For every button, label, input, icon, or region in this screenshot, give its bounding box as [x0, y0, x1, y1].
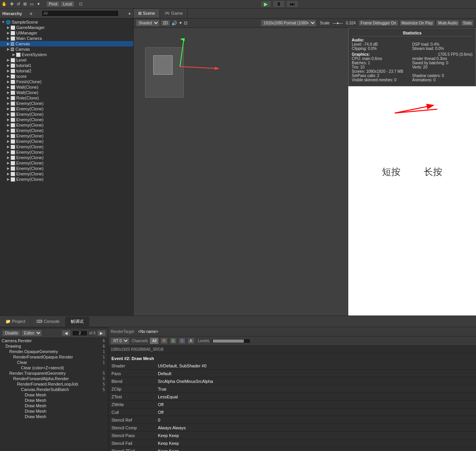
- expand-arrow[interactable]: ▶: [7, 42, 10, 46]
- debug-tree-item[interactable]: RenderForward.RenderLoopJob5: [0, 381, 108, 387]
- expand-arrow[interactable]: ▶: [7, 123, 10, 127]
- hierarchy-item[interactable]: ▶⬜EventSystem: [0, 52, 133, 57]
- hierarchy-item[interactable]: ▶⬜Enemy(Clone): [0, 155, 133, 160]
- g-channel-button[interactable]: G: [170, 338, 177, 344]
- hierarchy-item[interactable]: ▶⬜Enemy(Clone): [0, 139, 133, 144]
- hierarchy-item[interactable]: ▶⬜GameManager: [0, 25, 133, 30]
- debug-tree-item[interactable]: RenderForwardAlpha.Render5: [0, 376, 108, 381]
- hierarchy-item[interactable]: ▶⬜Finish(Clone): [0, 79, 133, 84]
- expand-arrow[interactable]: ▶: [7, 129, 10, 132]
- hierarchy-item[interactable]: ▶⬜Enemy(Clone): [0, 106, 133, 111]
- expand-arrow[interactable]: ▶: [7, 85, 10, 89]
- expand-arrow[interactable]: ▶: [7, 31, 10, 35]
- local-button[interactable]: Local: [60, 1, 74, 7]
- expand-arrow[interactable]: ▶: [7, 96, 10, 100]
- expand-arrow[interactable]: ▶: [7, 161, 10, 165]
- debug-tree-item[interactable]: Clear (color+Z+stencil): [0, 365, 108, 370]
- expand-arrow[interactable]: ▶: [7, 101, 10, 105]
- hierarchy-item[interactable]: ▼🌐SampleScene: [0, 19, 133, 25]
- b-channel-button[interactable]: B: [179, 338, 185, 344]
- expand-arrow[interactable]: ▶: [7, 63, 10, 67]
- editor-dropdown[interactable]: Editor: [21, 330, 42, 336]
- next-frame-button[interactable]: ▶: [97, 330, 106, 336]
- hierarchy-item[interactable]: ▶⬜Enemy(Clone): [0, 111, 133, 117]
- expand-arrow[interactable]: ▶: [7, 58, 10, 62]
- hierarchy-item[interactable]: ▶⬜Main Camera: [0, 36, 133, 41]
- debug-tree-item[interactable]: Render.TransparentGeometry5: [0, 370, 108, 376]
- expand-arrow[interactable]: ▶: [7, 74, 10, 78]
- resolution-dropdown[interactable]: 1920x1080 Portrait (1080•: [261, 20, 316, 26]
- levels-slider[interactable]: [212, 339, 250, 343]
- debug-tree-item[interactable]: Draw Mesh: [0, 403, 108, 408]
- project-tab[interactable]: 📁 Project: [0, 317, 31, 326]
- maximize-button[interactable]: Maximize On Play: [400, 20, 435, 26]
- hierarchy-item[interactable]: ▶🖼Canvas: [0, 41, 133, 46]
- 2d-button[interactable]: 2D: [161, 20, 170, 26]
- expand-arrow[interactable]: ▶: [7, 139, 10, 143]
- expand-arrow[interactable]: ▶: [7, 80, 10, 84]
- debug-tree-item[interactable]: Render.OpaqueGeometry1: [0, 349, 108, 354]
- mute-button[interactable]: Mute Audio: [436, 20, 459, 26]
- expand-arrow[interactable]: ▶: [7, 150, 10, 154]
- debug-tree-item[interactable]: RenderForwardOpaque.Render1: [0, 354, 108, 360]
- hierarchy-item[interactable]: ▶⬜tutorial2: [0, 68, 133, 74]
- disable-button[interactable]: Disable: [2, 330, 21, 336]
- expand-arrow[interactable]: ▶: [7, 166, 10, 170]
- expand-arrow[interactable]: ▶: [7, 156, 10, 159]
- add-icon[interactable]: +: [128, 11, 131, 16]
- frame-debug-tab[interactable]: 帧调试: [65, 317, 89, 326]
- expand-arrow[interactable]: ▶: [7, 91, 10, 94]
- scene-tab[interactable]: ⊞ Scene: [134, 9, 160, 17]
- expand-arrow[interactable]: ▶: [7, 26, 10, 29]
- hierarchy-item[interactable]: ▶⬜Enemy(Clone): [0, 144, 133, 149]
- hierarchy-item[interactable]: ▶🖼Canvas: [0, 46, 133, 52]
- expand-arrow[interactable]: ▶: [7, 112, 10, 116]
- hierarchy-item[interactable]: ▶⬜Wall(Clone): [0, 90, 133, 95]
- hierarchy-item[interactable]: ▶⬜tutorial1: [0, 63, 133, 68]
- hierarchy-item[interactable]: ▶⬜Enemy(Clone): [0, 128, 133, 133]
- hierarchy-item[interactable]: ▶⬜score: [0, 74, 133, 79]
- debug-tree-item[interactable]: Draw Mesh: [0, 414, 108, 419]
- frame-debugger-button[interactable]: Frame Debugger On: [359, 20, 398, 26]
- expand-arrow[interactable]: ▶: [7, 107, 10, 111]
- debug-tree-item[interactable]: Canvas.RenderSubBatch5: [0, 387, 108, 392]
- a-channel-button[interactable]: A: [188, 338, 194, 344]
- pause-button[interactable]: ⏸: [273, 0, 285, 8]
- expand-arrow[interactable]: ▶: [7, 172, 10, 176]
- step-button[interactable]: ⏭: [286, 0, 298, 8]
- prev-frame-button[interactable]: ◀: [62, 330, 70, 336]
- expand-arrow[interactable]: ▶: [7, 69, 10, 73]
- stats-button[interactable]: Stats: [461, 20, 474, 26]
- debug-tree-item[interactable]: Drawing6: [0, 343, 108, 349]
- hierarchy-item[interactable]: ▶⬜UIManager: [0, 30, 133, 36]
- expand-arrow[interactable]: ▶: [7, 177, 10, 181]
- expand-arrow[interactable]: ▶: [7, 134, 10, 138]
- rt-dropdown[interactable]: RT 0: [111, 338, 129, 344]
- hierarchy-item[interactable]: ▶⬜Role(Clone): [0, 95, 133, 101]
- hierarchy-search-input[interactable]: [41, 10, 119, 17]
- hierarchy-item[interactable]: ▶⬜Enemy(Clone): [0, 166, 133, 171]
- console-tab[interactable]: ⌨ Console: [31, 317, 65, 326]
- expand-arrow[interactable]: ▼: [2, 20, 5, 24]
- expand-arrow[interactable]: ▶: [12, 53, 15, 57]
- hierarchy-item[interactable]: ▶⬜Enemy(Clone): [0, 117, 133, 122]
- all-channel-button[interactable]: All: [150, 338, 158, 344]
- debug-tree-item[interactable]: Draw Mesh: [0, 392, 108, 398]
- debug-tree-item[interactable]: Clear1: [0, 360, 108, 365]
- hierarchy-item[interactable]: ▶⬜Enemy(Clone): [0, 122, 133, 128]
- expand-arrow[interactable]: ▶: [7, 36, 10, 40]
- game-tab[interactable]: 🎮 Game: [160, 9, 188, 17]
- hierarchy-item[interactable]: ▶⬜Enemy(Clone): [0, 160, 133, 166]
- hierarchy-item[interactable]: ▶⬜Enemy(Clone): [0, 149, 133, 155]
- debug-tree-item[interactable]: Camera.Render6: [0, 338, 108, 343]
- shading-dropdown[interactable]: Shaded: [136, 20, 159, 26]
- hierarchy-item[interactable]: ▶⬜Enemy(Clone): [0, 177, 133, 182]
- r-channel-button[interactable]: R: [161, 338, 167, 344]
- debug-tree-item[interactable]: Draw Mesh: [0, 398, 108, 403]
- hierarchy-item[interactable]: ▶⬜Enemy(Clone): [0, 171, 133, 177]
- expand-arrow[interactable]: ▶: [7, 118, 10, 122]
- hierarchy-item[interactable]: ▶⬜Level: [0, 57, 133, 63]
- pivot-button[interactable]: Pivot: [46, 1, 60, 7]
- current-frame-input[interactable]: 2: [72, 330, 87, 336]
- expand-arrow[interactable]: ▶: [7, 47, 10, 51]
